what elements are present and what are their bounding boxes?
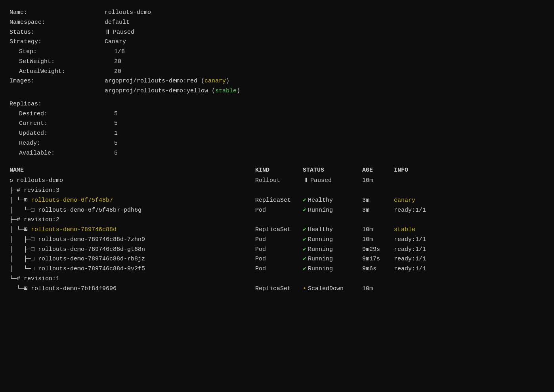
revision1-rs-status: • ScaledDown [303, 284, 362, 294]
updated-label: Updated: [19, 129, 114, 139]
revision3-pod-name: │ └─□ rollouts-demo-6f75f48b7-pdh6g [10, 206, 255, 216]
revision2-pod1-name: │ ├─□ rollouts-demo-789746c88d-7zhn9 [10, 235, 255, 245]
revision3-label: ├─# revision:3 [10, 186, 255, 196]
actualweight-label: ActualWeight: [19, 67, 114, 77]
col-status: STATUS [303, 167, 362, 174]
revision2-pod4-status: ✔ Running [303, 264, 362, 274]
revision3-replicaset-row: │ └─⊞ rollouts-demo-6f75f48b7 ReplicaSet… [10, 196, 544, 206]
image1: argoproj/rollouts-demo:red [105, 78, 197, 84]
col-info: INFO [394, 167, 544, 174]
desired-row: Desired: 5 [10, 109, 544, 119]
check-icon: ✔ [303, 196, 306, 206]
available-row: Available: 5 [10, 149, 544, 159]
current-label: Current: [19, 119, 114, 129]
check-icon: ✔ [303, 206, 306, 216]
revision1-header-row: └─# revision:1 [10, 274, 544, 284]
actualweight-value: 20 [114, 67, 121, 77]
revision2-rs-status: ✔ Healthy [303, 225, 362, 235]
namespace-label: Namespace: [10, 18, 105, 28]
available-label: Available: [19, 149, 114, 159]
revision1-replicaset-row: └─⊞ rollouts-demo-7bf84f9696 ReplicaSet … [10, 284, 544, 294]
step-label: Step: [19, 47, 114, 57]
revision2-rs-info: stable [394, 225, 544, 235]
name-value: rollouts-demo [105, 8, 151, 18]
revision2-pod3-status: ✔ Running [303, 254, 362, 264]
name-label: Name: [10, 8, 105, 18]
revision1-rs-age: 10m [362, 284, 394, 294]
setweight-value: 20 [114, 57, 121, 67]
step-row: Step: 1/8 [10, 47, 544, 57]
dot-icon: • [303, 284, 306, 294]
revision2-label: ├─# revision:2 [10, 215, 255, 225]
image2-tag: stable [215, 88, 237, 94]
table-section: NAME KIND STATUS AGE INFO ↻ rollouts-dem… [10, 166, 544, 294]
images-row: Images: argoproj/rollouts-demo:red (cana… [10, 76, 544, 86]
revision3-pod-kind: Pod [255, 206, 303, 216]
revision3-pod-row: │ └─□ rollouts-demo-6f75f48b7-pdh6g Pod … [10, 206, 544, 216]
revision3-rs-name: │ └─⊞ rollouts-demo-6f75f48b7 [10, 196, 255, 206]
row-status-text: Paused [310, 176, 332, 186]
revision2-pod1-row: │ ├─□ rollouts-demo-789746c88d-7zhn9 Pod… [10, 235, 544, 245]
status-icon: ⏸ [105, 29, 111, 36]
setweight-row: SetWeight: 20 [10, 57, 544, 67]
ready-value: 5 [114, 139, 118, 149]
image2: argoproj/rollouts-demo:yellow [105, 88, 208, 94]
revision2-rs-kind: ReplicaSet [255, 225, 303, 235]
replicas-label: Replicas: [10, 99, 105, 109]
revision3-header-row: ├─# revision:3 [10, 186, 544, 196]
current-row: Current: 5 [10, 119, 544, 129]
status-value: ⏸Paused [105, 28, 134, 38]
check-icon: ✔ [303, 225, 306, 235]
revision3-pod-info: ready:1/1 [394, 206, 544, 216]
pause-icon: ⏸ [303, 176, 309, 186]
revision2-pod3-row: │ ├─□ rollouts-demo-789746c88d-rb8jz Pod… [10, 254, 544, 264]
revision2-pod2-name: │ ├─□ rollouts-demo-789746c88d-gt68n [10, 245, 255, 255]
images-label2 [10, 86, 105, 96]
revision2-pod2-status: ✔ Running [303, 245, 362, 255]
info-section: Name: rollouts-demo Namespace: default S… [10, 8, 544, 158]
setweight-label: SetWeight: [19, 57, 114, 67]
revision2-pod2-row: │ ├─□ rollouts-demo-789746c88d-gt68n Pod… [10, 245, 544, 255]
revision3-rs-info: canary [394, 196, 544, 206]
revision2-replicaset-row: │ └─⊞ rollouts-demo-789746c88d ReplicaSe… [10, 225, 544, 235]
revision3-rs-kind: ReplicaSet [255, 196, 303, 206]
image2-value: argoproj/rollouts-demo:yellow (stable) [105, 86, 240, 96]
image1-tag: canary [204, 78, 226, 84]
row-status: ⏸ Paused [303, 176, 362, 186]
revision2-pod3-name: │ ├─□ rollouts-demo-789746c88d-rb8jz [10, 254, 255, 264]
updated-row: Updated: 1 [10, 129, 544, 139]
revision2-pod1-status: ✔ Running [303, 235, 362, 245]
ready-label: Ready: [19, 139, 114, 149]
row-age: 10m [362, 176, 394, 186]
revision1-rs-kind: ReplicaSet [255, 284, 303, 294]
status-row: Status: ⏸Paused [10, 28, 544, 38]
namespace-row: Namespace: default [10, 18, 544, 28]
available-value: 5 [114, 149, 118, 159]
row-name-rollouts-demo: ↻ rollouts-demo [10, 176, 255, 186]
col-name: NAME [10, 167, 255, 174]
namespace-value: default [105, 18, 130, 28]
step-value: 1/8 [114, 47, 125, 57]
ready-row: Ready: 5 [10, 139, 544, 149]
actualweight-row: ActualWeight: 20 [10, 67, 544, 77]
revision3-rs-status: ✔ Healthy [303, 196, 362, 206]
col-kind: KIND [255, 167, 303, 174]
col-age: AGE [362, 167, 394, 174]
table-row: ↻ rollouts-demo Rollout ⏸ Paused 10m [10, 176, 544, 186]
strategy-row: Strategy: Canary [10, 37, 544, 47]
desired-label: Desired: [19, 109, 114, 119]
strategy-value: Canary [105, 37, 126, 47]
revision3-pod-status: ✔ Running [303, 206, 362, 216]
strategy-label: Strategy: [10, 37, 105, 47]
revision2-header-row: ├─# revision:2 [10, 215, 544, 225]
row-kind: Rollout [255, 176, 303, 186]
replicas-row: Replicas: [10, 99, 544, 109]
revision1-label: └─# revision:1 [10, 274, 255, 284]
table-header: NAME KIND STATUS AGE INFO [10, 166, 544, 174]
revision2-pod4-row: │ └─□ rollouts-demo-789746c88d-9v2f5 Pod… [10, 264, 544, 274]
status-label: Status: [10, 28, 105, 38]
desired-value: 5 [114, 109, 118, 119]
name-row: Name: rollouts-demo [10, 8, 544, 18]
revision2-rs-name: │ └─⊞ rollouts-demo-789746c88d [10, 225, 255, 235]
updated-value: 1 [114, 129, 118, 139]
